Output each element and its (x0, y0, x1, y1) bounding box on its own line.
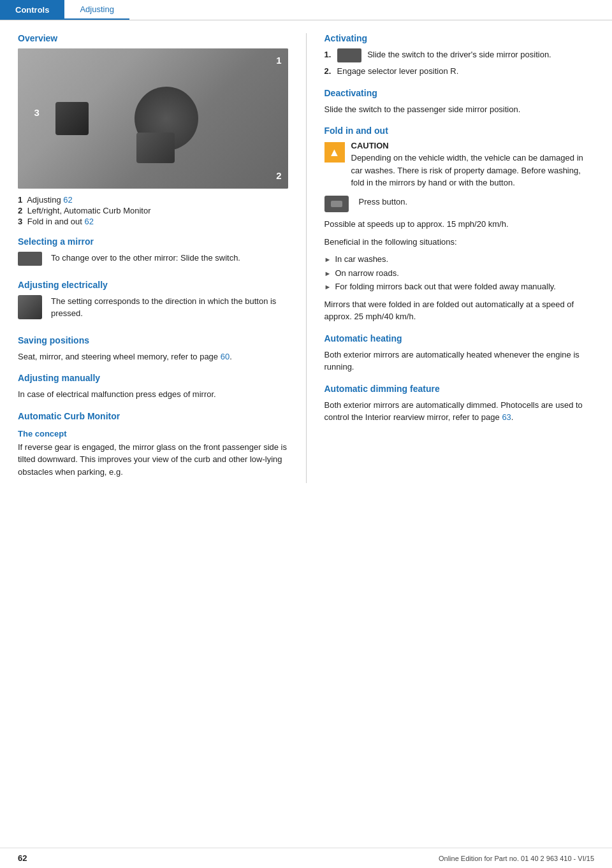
list-item: 2 Left/right, Automatic Curb Monitor (18, 206, 288, 215)
mirrors-text: Mirrors that were folded in are folded o… (324, 298, 595, 323)
main-content: Overview 1 2 3 1 Adjusting 62 2 Left/rig… (0, 20, 612, 496)
saving-positions-title: Saving positions (18, 335, 288, 345)
left-column: Overview 1 2 3 1 Adjusting 62 2 Left/rig… (18, 33, 288, 483)
fold-button (136, 133, 175, 163)
link-62-adjusting[interactable]: 62 (63, 195, 72, 205)
link-63[interactable]: 63 (502, 412, 511, 422)
overview-title: Overview (18, 33, 288, 43)
overview-image: 1 2 3 (18, 48, 288, 189)
switch-button (55, 102, 89, 135)
joystick-icon (18, 295, 42, 319)
list-item: ► On narrow roads. (324, 267, 595, 280)
list-item: 3 Fold in and out 62 (18, 217, 288, 226)
bullet-arrow-icon: ► (324, 254, 332, 265)
footer-text: Online Edition for Part no. 01 40 2 963 … (439, 855, 594, 862)
caution-title: CAUTION (351, 141, 595, 150)
the-concept-text: If reverse gear is engaged, the mirror g… (18, 441, 288, 479)
adjusting-manually-title: Adjusting manually (18, 373, 288, 383)
selecting-mirror-title: Selecting a mirror (18, 236, 288, 247)
deactivating-title: Deactivating (324, 88, 595, 98)
controls-tab-label: Controls (15, 5, 49, 15)
mirror-controls-photo: 1 2 3 (18, 48, 288, 189)
selecting-mirror-text: To change over to the other mirror: Slid… (51, 252, 240, 264)
automatic-heating-text: Both exterior mirrors are automatically … (324, 349, 595, 373)
caution-box: ▲ CAUTION Depending on the vehicle width… (324, 141, 595, 189)
tab-controls[interactable]: Controls (0, 0, 64, 20)
deactivating-text: Slide the switch to the passenger side m… (324, 103, 595, 116)
page-footer: 62 Online Edition for Part no. 01 40 2 9… (0, 848, 612, 868)
link-62-fold[interactable]: 62 (84, 217, 93, 226)
bullet-arrow-icon: ► (324, 282, 332, 293)
switch-icon (18, 252, 42, 266)
fold-in-out-title: Fold in and out (324, 126, 595, 136)
adjusting-manually-text: In case of electrical malfunction press … (18, 388, 288, 401)
page-number: 62 (18, 853, 27, 863)
caution-content: CAUTION Depending on the vehicle width, … (351, 141, 595, 189)
automatic-dimming-title: Automatic dimming feature (324, 384, 595, 394)
switch-icon-activating (337, 48, 361, 62)
caution-text: Depending on the vehicle width, the vehi… (351, 152, 595, 189)
press-button-icon (324, 196, 349, 212)
beneficial-text: Beneficial in the following situations: (324, 236, 595, 249)
adjusting-electrically-text: The setting corresponds to the direction… (51, 295, 288, 320)
link-60[interactable]: 60 (221, 352, 229, 361)
adjusting-tab-label: Adjusting (80, 4, 113, 14)
speeds-text: Possible at speeds up to approx. 15 mph/… (324, 218, 595, 231)
list-item: ► For folding mirrors back out that were… (324, 280, 595, 293)
bullet-list: ► In car washes. ► On narrow roads. ► Fo… (324, 253, 595, 293)
the-concept-title: The concept (18, 429, 288, 438)
selecting-mirror-row: To change over to the other mirror: Slid… (18, 252, 288, 270)
label-2: 2 (276, 170, 281, 181)
column-divider (306, 33, 307, 483)
automatic-dimming-text: Both exterior mirrors are automatically … (324, 399, 595, 424)
press-button-row: Press button. (324, 196, 595, 213)
adjusting-electrically-row: The setting corresponds to the direction… (18, 295, 288, 325)
automatic-curb-monitor-title: Automatic Curb Monitor (18, 411, 288, 421)
step-2: 2. Engage selector lever position R. (324, 65, 595, 78)
label-3: 3 (34, 107, 39, 118)
step-1: 1. Slide the switch to the driver's side… (324, 48, 595, 62)
list-item: 1 Adjusting 62 (18, 195, 288, 205)
saving-positions-text: Seat, mirror, and steering wheel memory,… (18, 351, 288, 363)
right-column: Activating 1. Slide the switch to the dr… (324, 33, 595, 483)
caution-icon: ▲ (324, 142, 345, 163)
label-1: 1 (276, 55, 281, 66)
automatic-heating-title: Automatic heating (324, 333, 595, 344)
bullet-arrow-icon: ► (324, 268, 332, 279)
activating-steps: 1. Slide the switch to the driver's side… (324, 48, 595, 78)
tab-adjusting[interactable]: Adjusting (64, 0, 129, 20)
adjusting-electrically-title: Adjusting electrically (18, 280, 288, 290)
press-button-text: Press button. (359, 196, 408, 208)
page-header: Controls Adjusting (0, 0, 612, 20)
list-item: ► In car washes. (324, 253, 595, 266)
activating-title: Activating (324, 33, 595, 43)
items-list: 1 Adjusting 62 2 Left/right, Automatic C… (18, 195, 288, 226)
